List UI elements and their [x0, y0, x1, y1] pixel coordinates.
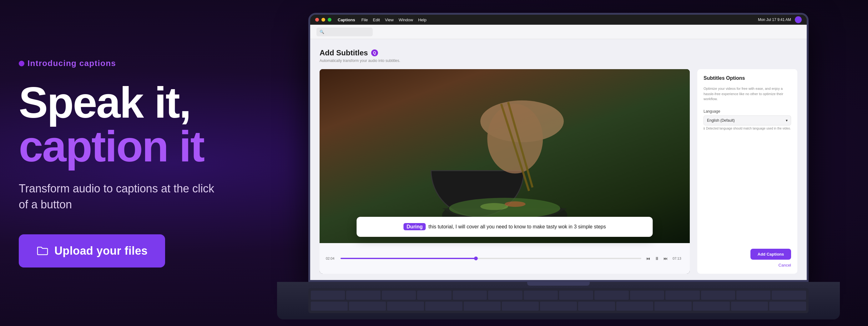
panel-description: Optimize your videos for free with ease,… [704, 86, 791, 102]
key[interactable] [349, 302, 386, 311]
language-hint: ℹ Detected language should match languag… [704, 127, 791, 130]
menubar-avatar[interactable] [795, 16, 802, 23]
key[interactable] [417, 291, 451, 300]
laptop-wrapper: Captions File Edit View Window Help Mon … [277, 13, 840, 320]
key[interactable] [346, 291, 380, 300]
menu-file[interactable]: File [362, 18, 368, 22]
language-hint-text: Detected language should match language … [706, 127, 791, 130]
menubar-right: Mon Jul 17 9:41 AM [758, 16, 802, 23]
key[interactable] [769, 302, 806, 311]
menu-view[interactable]: View [385, 18, 394, 22]
laptop-hinge [527, 282, 590, 286]
upload-button-label: Upload your files [54, 244, 148, 258]
traffic-red[interactable] [315, 18, 319, 22]
toolbar-search[interactable]: 🔍 [316, 28, 373, 36]
key[interactable] [665, 291, 700, 300]
pause-icon[interactable]: ⏸ [654, 255, 660, 262]
chevron-down-icon: ▾ [786, 118, 788, 123]
panel-actions: Add Captions Cancel [704, 249, 791, 267]
app-header: Add Subtitles Q Automatically transform … [319, 49, 797, 63]
key[interactable] [311, 302, 348, 311]
key[interactable] [524, 291, 558, 300]
caption-highlight: During [403, 223, 426, 230]
laptop-screen: Captions File Edit View Window Help Mon … [308, 13, 809, 282]
introducing-badge: Introducing captions [19, 59, 225, 68]
subtitles-info-icon[interactable]: Q [371, 50, 378, 56]
key[interactable] [693, 302, 730, 311]
cancel-button[interactable]: Cancel [779, 263, 791, 267]
key[interactable] [578, 302, 615, 311]
language-label: Language [704, 109, 791, 114]
key[interactable] [736, 291, 770, 300]
svg-point-6 [480, 203, 508, 210]
language-section: Language English (Default) ▾ ℹ Detected … [704, 109, 791, 130]
laptop-base [277, 282, 840, 320]
menubar-items: File Edit View Window Help [362, 18, 427, 22]
progress-thumb[interactable] [474, 257, 478, 260]
key[interactable] [559, 291, 593, 300]
app-toolbar: 🔍 [310, 25, 807, 39]
play-controls: ⏮ ⏸ ⏭ [645, 255, 669, 262]
key[interactable] [488, 291, 522, 300]
search-icon: 🔍 [319, 30, 324, 34]
app-body: During this tutorial, I will cover all y… [319, 69, 797, 274]
key[interactable] [594, 291, 628, 300]
traffic-yellow[interactable] [321, 18, 325, 22]
menubar-app-name: Captions [338, 18, 355, 22]
video-controls[interactable]: 02:04 ⏮ ⏸ ⏭ 07:13 [319, 243, 690, 274]
key[interactable] [630, 291, 664, 300]
svg-point-1 [487, 104, 543, 173]
add-subtitles-heading: Add Subtitles [319, 49, 368, 57]
keyboard-row-1 [311, 291, 806, 300]
key[interactable] [502, 302, 539, 311]
key[interactable] [616, 302, 653, 311]
video-area: During this tutorial, I will cover all y… [319, 69, 690, 274]
right-section: Captions File Edit View Window Help Mon … [230, 0, 868, 326]
traffic-green[interactable] [328, 18, 332, 22]
language-value: English (Default) [707, 118, 735, 123]
app-content: Add Subtitles Q Automatically transform … [310, 39, 807, 280]
key[interactable] [387, 302, 424, 311]
menu-window[interactable]: Window [399, 18, 413, 22]
keyboard-row-2 [311, 302, 806, 311]
key[interactable] [540, 302, 577, 311]
key[interactable] [311, 291, 345, 300]
frame-forward-icon[interactable]: ⏭ [662, 255, 669, 262]
caption-overlay: During this tutorial, I will cover all y… [356, 217, 653, 237]
traffic-lights [315, 18, 332, 22]
badge-dot [19, 61, 24, 66]
headline-line2: caption it [19, 124, 225, 168]
panel-title: Subtitles Options [704, 76, 791, 81]
laptop-keyboard [308, 288, 809, 313]
time-start: 02:04 [326, 257, 337, 260]
language-select[interactable]: English (Default) ▾ [704, 115, 791, 125]
key[interactable] [772, 291, 806, 300]
headline: Speak it, caption it [19, 81, 225, 168]
progress-fill [341, 258, 476, 259]
add-captions-button[interactable]: Add Captions [750, 249, 791, 260]
subtext: Transform audio to captions at the click… [19, 181, 225, 212]
left-section: Introducing captions Speak it, caption i… [0, 0, 244, 326]
app-subtitle: Automatically transform your audio into … [319, 59, 400, 63]
menu-edit[interactable]: Edit [373, 18, 380, 22]
key[interactable] [654, 302, 691, 311]
add-subtitles-title: Add Subtitles Q [319, 49, 400, 57]
menubar: Captions File Edit View Window Help Mon … [310, 15, 807, 25]
key[interactable] [453, 291, 487, 300]
key[interactable] [464, 302, 501, 311]
key[interactable] [701, 291, 735, 300]
svg-point-7 [505, 201, 526, 207]
menu-help[interactable]: Help [418, 18, 427, 22]
subtitles-panel: Subtitles Options Optimize your videos f… [697, 69, 797, 274]
upload-button[interactable]: Upload your files [19, 234, 165, 267]
folder-icon [36, 246, 49, 256]
key[interactable] [382, 291, 416, 300]
menubar-time: Mon Jul 17 9:41 AM [758, 18, 791, 22]
key[interactable] [425, 302, 462, 311]
info-icon: ℹ [704, 127, 705, 130]
caption-text: this tutorial, I will cover all you need… [428, 224, 606, 229]
key[interactable] [731, 302, 768, 311]
frame-back-icon[interactable]: ⏮ [645, 255, 651, 262]
progress-bar[interactable] [341, 258, 641, 259]
headline-line1: Speak it, [19, 81, 225, 124]
